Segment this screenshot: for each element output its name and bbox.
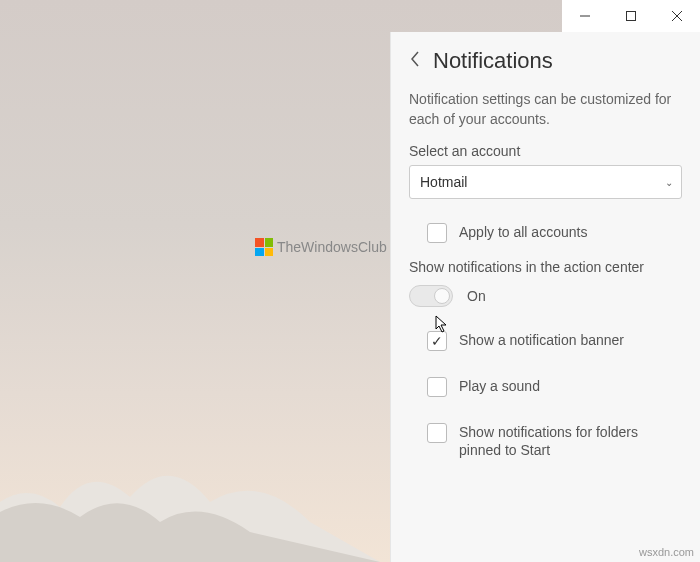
mountain-image	[0, 442, 380, 562]
maximize-button[interactable]	[608, 0, 654, 32]
minimize-icon	[580, 11, 590, 21]
back-button[interactable]	[409, 50, 421, 73]
close-icon	[672, 11, 682, 21]
sound-label: Play a sound	[459, 377, 540, 395]
attribution-text: wsxdn.com	[639, 546, 694, 558]
banner-checkbox[interactable]	[427, 331, 447, 351]
account-select[interactable]: Hotmail ⌄	[409, 165, 682, 199]
toggle-state-label: On	[467, 288, 486, 304]
action-center-toggle[interactable]	[409, 285, 453, 307]
notifications-panel: Notifications Notification settings can …	[390, 32, 700, 562]
folders-checkbox[interactable]	[427, 423, 447, 443]
window-titlebar	[562, 0, 700, 32]
apply-all-checkbox[interactable]	[427, 223, 447, 243]
maximize-icon	[626, 11, 636, 21]
action-center-label: Show notifications in the action center	[409, 259, 682, 275]
chevron-left-icon	[409, 50, 421, 68]
toggle-knob	[434, 288, 450, 304]
close-button[interactable]	[654, 0, 700, 32]
watermark-text: TheWindowsClub	[277, 239, 387, 255]
banner-label: Show a notification banner	[459, 331, 624, 349]
windows-logo-icon	[255, 238, 273, 256]
folders-label: Show notifications for folders pinned to…	[459, 423, 682, 459]
select-account-label: Select an account	[409, 143, 682, 159]
svg-rect-1	[627, 12, 636, 21]
folders-row[interactable]: Show notifications for folders pinned to…	[409, 417, 682, 465]
action-center-toggle-row[interactable]: On	[409, 285, 682, 307]
apply-all-label: Apply to all accounts	[459, 223, 587, 241]
account-select-value: Hotmail	[420, 174, 467, 190]
sound-row[interactable]: Play a sound	[409, 371, 682, 403]
minimize-button[interactable]	[562, 0, 608, 32]
description-text: Notification settings can be customized …	[409, 90, 682, 129]
sound-checkbox[interactable]	[427, 377, 447, 397]
apply-all-row[interactable]: Apply to all accounts	[409, 217, 682, 249]
chevron-down-icon: ⌄	[665, 177, 673, 188]
banner-row[interactable]: Show a notification banner	[409, 325, 682, 357]
page-title: Notifications	[433, 48, 553, 74]
watermark: TheWindowsClub	[255, 238, 387, 256]
